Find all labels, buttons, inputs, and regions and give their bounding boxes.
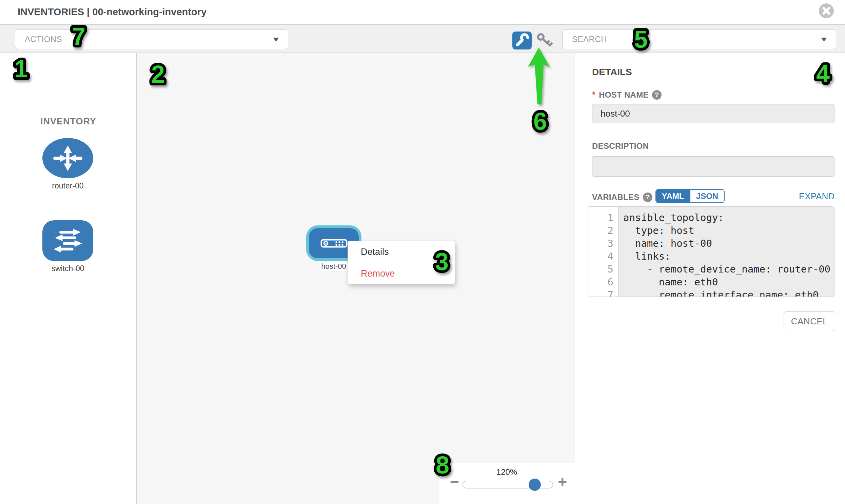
wrench-icon	[512, 32, 532, 50]
line-number: 7	[588, 288, 618, 297]
yaml-toggle-button[interactable]: YAML	[656, 190, 690, 202]
key-icon	[536, 33, 553, 49]
details-panel: DETAILS * HOST NAME DESCRIPTION VARIABLE…	[575, 53, 845, 504]
sidebar-item-label: router-00	[42, 181, 93, 191]
code-line: name: host-00	[623, 237, 834, 250]
code-editor-content: ansible_topology: type: host name: host-…	[618, 207, 834, 296]
search-dropdown-label: SEARCH	[572, 35, 607, 44]
zoom-slider[interactable]	[462, 481, 553, 488]
zoom-slider-thumb[interactable]	[529, 479, 541, 491]
router-icon	[42, 138, 93, 178]
expand-link[interactable]: EXPAND	[799, 191, 834, 202]
actions-dropdown-label: ACTIONS	[25, 35, 62, 44]
code-line: name: eth0	[623, 275, 834, 288]
help-icon[interactable]	[652, 90, 662, 100]
help-icon[interactable]	[643, 193, 652, 202]
required-asterisk: *	[592, 89, 595, 100]
line-number: 2	[588, 224, 618, 237]
details-panel-title: DETAILS	[592, 67, 632, 78]
description-label: DESCRIPTION	[592, 141, 649, 151]
variables-label-row: VARIABLES	[592, 190, 652, 204]
credentials-button[interactable]	[536, 33, 553, 49]
line-number: 6	[588, 275, 618, 288]
sidebar-item-label: switch-00	[42, 264, 93, 273]
zoom-in-button[interactable]: +	[558, 474, 567, 490]
host-node-label: host-00	[320, 262, 348, 271]
line-number: 5	[588, 263, 618, 275]
sidebar-item-router[interactable]: router-00	[42, 138, 93, 191]
actions-dropdown[interactable]: ACTIONS	[15, 30, 288, 49]
zoom-level-value: 120%	[439, 467, 575, 477]
json-toggle-button[interactable]: JSON	[690, 190, 724, 202]
variables-code-editor[interactable]: 1 2 3 4 5 6 7 ansible_topology: type: ho…	[588, 206, 834, 297]
topology-canvas[interactable]: host-00 Details Remove 120% − +	[137, 53, 575, 504]
host-name-field[interactable]	[592, 104, 834, 123]
zoom-control: 120% − +	[439, 463, 575, 504]
tools-button[interactable]	[512, 32, 532, 50]
page-header: INVENTORIES | 00-networking-inventory	[0, 0, 845, 24]
code-line: remote_interface_name: eth0	[623, 288, 834, 297]
description-label-row: DESCRIPTION	[592, 141, 649, 151]
code-line: type: host	[623, 224, 834, 237]
sidebar-title: INVENTORY	[0, 116, 137, 127]
chevron-down-icon	[821, 38, 827, 41]
search-dropdown[interactable]: SEARCH	[562, 30, 836, 49]
cancel-button[interactable]: CANCEL	[784, 311, 835, 331]
page-title: INVENTORIES | 00-networking-inventory	[18, 0, 207, 24]
chevron-down-icon	[273, 38, 279, 41]
variables-format-toggle: YAML JSON	[655, 189, 725, 203]
menu-item-details[interactable]: Details	[348, 241, 455, 263]
line-number: 4	[588, 250, 618, 263]
variables-label: VARIABLES	[592, 193, 639, 202]
sidebar-item-switch[interactable]: switch-00	[42, 220, 93, 273]
host-server-icon	[320, 239, 348, 248]
switch-icon	[42, 220, 93, 261]
code-editor-gutter: 1 2 3 4 5 6 7	[588, 207, 618, 296]
host-name-label: HOST NAME	[599, 90, 649, 100]
code-line: ansible_topology:	[623, 211, 834, 224]
close-button[interactable]	[819, 3, 834, 18]
node-context-menu: Details Remove	[348, 241, 455, 284]
line-number: 3	[588, 237, 618, 250]
host-name-label-row: * HOST NAME	[592, 89, 662, 100]
inventory-sidebar: INVENTORY router-00	[0, 53, 137, 504]
zoom-out-button[interactable]: −	[450, 474, 459, 490]
close-icon	[822, 7, 830, 15]
line-number: 1	[588, 211, 618, 224]
code-line: links:	[623, 250, 834, 263]
description-field[interactable]	[592, 156, 834, 177]
menu-item-remove[interactable]: Remove	[348, 263, 455, 284]
code-line: - remote_device_name: router-00	[623, 263, 834, 275]
toolbar: ACTIONS SEARCH	[0, 24, 845, 53]
inventory-topology-page: INVENTORIES | 00-networking-inventory AC…	[0, 0, 845, 504]
